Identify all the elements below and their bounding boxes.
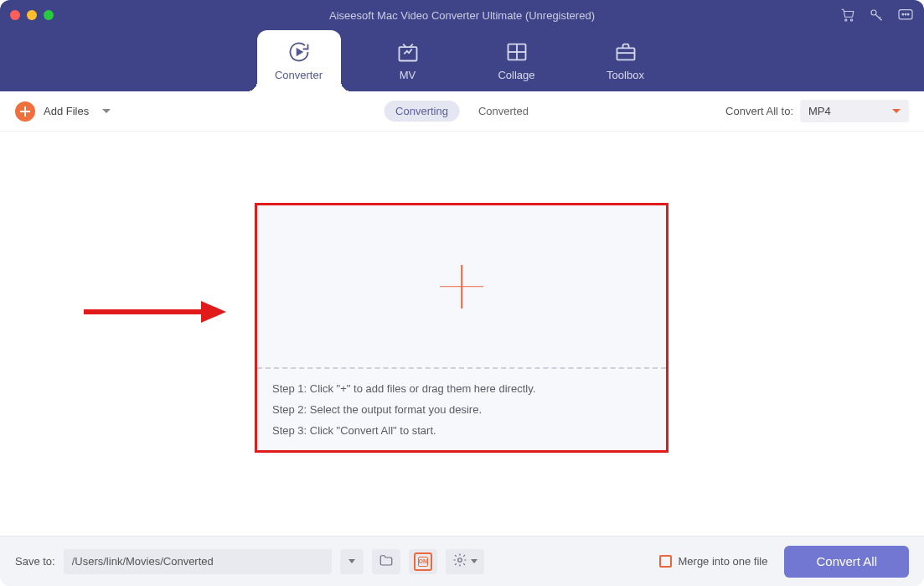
merge-label: Merge into one file <box>679 555 768 568</box>
svg-point-15 <box>457 557 462 562</box>
svg-marker-7 <box>297 49 302 55</box>
tab-converter-label: Converter <box>275 69 323 81</box>
add-plus-icon <box>440 265 483 309</box>
tab-toolbox-label: Toolbox <box>607 69 644 81</box>
toolbar: Add Files Converting Converted Convert A… <box>0 91 924 132</box>
folder-icon <box>379 553 394 570</box>
chevron-down-icon[interactable] <box>102 109 111 113</box>
plus-icon <box>15 101 35 122</box>
tab-converter[interactable]: Converter <box>257 30 341 91</box>
app-window: Aiseesoft Mac Video Converter Ultimate (… <box>0 0 924 586</box>
convert-all-button[interactable]: Convert All <box>784 546 909 578</box>
save-to-label: Save to: <box>15 555 55 568</box>
save-path-field[interactable]: /Users/link/Movies/Converted <box>64 549 332 574</box>
titlebar: Aiseesoft Mac Video Converter Ultimate (… <box>0 0 924 30</box>
svg-point-6 <box>907 13 909 15</box>
tab-converting[interactable]: Converting <box>384 101 460 122</box>
convert-all-to-group: Convert All to: MP4 <box>725 100 909 122</box>
tab-mv-label: MV <box>400 69 416 81</box>
svg-point-5 <box>905 13 906 15</box>
key-icon[interactable] <box>869 8 884 23</box>
toolbox-icon <box>614 40 638 64</box>
content-area: Step 1: Click "+" to add files or drag t… <box>0 132 924 536</box>
main-tabbar: Converter MV Collage <box>0 30 924 91</box>
drop-zone[interactable]: Step 1: Click "+" to add files or drag t… <box>255 203 668 453</box>
open-folder-button[interactable] <box>372 549 400 574</box>
selected-format: MP4 <box>808 105 831 117</box>
gpu-accel-button[interactable]: ON <box>409 549 437 574</box>
svg-marker-14 <box>201 301 226 323</box>
converter-icon <box>287 40 311 64</box>
cart-icon[interactable] <box>840 8 855 23</box>
output-format-select[interactable]: MP4 <box>800 100 909 122</box>
step-2-text: Step 2: Select the output format you des… <box>272 403 651 416</box>
add-files-button[interactable]: Add Files <box>15 101 111 122</box>
window-title: Aiseesoft Mac Video Converter Ultimate (… <box>329 9 595 22</box>
step-3-text: Step 3: Click "Convert All" to start. <box>272 424 651 437</box>
convert-all-to-label: Convert All to: <box>725 105 793 117</box>
gpu-chip-icon: ON <box>414 552 432 571</box>
svg-rect-12 <box>617 48 634 60</box>
svg-point-4 <box>902 13 904 15</box>
svg-point-2 <box>871 10 876 15</box>
svg-point-1 <box>850 19 852 21</box>
add-files-label: Add Files <box>44 105 89 117</box>
settings-button[interactable] <box>446 549 484 574</box>
chevron-down-icon <box>471 559 477 563</box>
mv-icon <box>396 40 420 64</box>
tab-collage[interactable]: Collage <box>475 30 559 91</box>
minimize-window-button[interactable] <box>27 10 37 20</box>
tab-mv[interactable]: MV <box>366 30 450 91</box>
tab-collage-label: Collage <box>498 69 534 81</box>
chevron-down-icon <box>348 559 355 563</box>
chevron-down-icon <box>892 109 901 113</box>
svg-rect-8 <box>399 47 416 60</box>
status-tabs: Converting Converted <box>384 101 540 122</box>
save-path-dropdown[interactable] <box>340 549 364 574</box>
close-window-button[interactable] <box>10 10 20 20</box>
zoom-window-button[interactable] <box>44 10 54 20</box>
gear-icon <box>452 552 467 571</box>
bottom-bar: Save to: /Users/link/Movies/Converted ON <box>0 536 924 586</box>
tab-toolbox[interactable]: Toolbox <box>584 30 668 91</box>
step-1-text: Step 1: Click "+" to add files or drag t… <box>272 382 651 395</box>
drop-zone-instructions: Step 1: Click "+" to add files or drag t… <box>257 369 666 450</box>
annotation-arrow-icon <box>84 299 226 324</box>
drop-zone-click-area[interactable] <box>257 205 666 369</box>
titlebar-actions <box>840 8 914 23</box>
tab-converted[interactable]: Converted <box>467 101 540 122</box>
collage-icon <box>505 40 529 64</box>
feedback-icon[interactable] <box>897 8 914 22</box>
traffic-lights <box>10 10 54 20</box>
checkbox-icon <box>659 555 672 568</box>
merge-checkbox[interactable]: Merge into one file <box>659 555 768 568</box>
svg-point-0 <box>845 19 847 21</box>
